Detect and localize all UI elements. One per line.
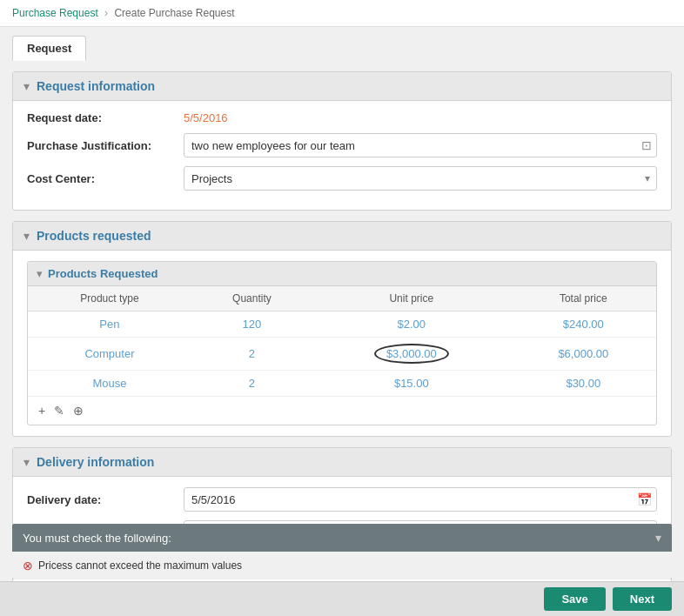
col-quantity: Quantity (191, 286, 312, 311)
chevron-down-icon: ▾ (37, 267, 43, 280)
products-inner-header[interactable]: ▾ Products Requested (28, 262, 656, 286)
chevron-down-icon: ▾ (23, 229, 30, 243)
footer-bar: Save Next (0, 581, 684, 616)
purchase-justification-row: Purchase Justification: ⊡ (27, 133, 657, 157)
breadcrumb: Purchase Request › Create Purchase Reque… (0, 0, 684, 27)
content-area: Request ▾ Request information Request da… (0, 27, 684, 581)
error-icon: ⊗ (23, 559, 33, 572)
cost-center-label: Cost Center: (27, 172, 184, 185)
breadcrumb-current: Create Purchase Request (114, 7, 234, 19)
cell-product: Pen (28, 311, 191, 338)
copy-row-button[interactable]: ⊕ (71, 402, 85, 419)
delivery-date-row: Delivery date: 📅 (27, 487, 657, 512)
purchase-justification-wrapper: ⊡ (184, 133, 657, 157)
chevron-down-icon: ▾ (655, 531, 661, 545)
products-table: Product type Quantity Unit price Total p… (28, 286, 656, 397)
cell-total-price: $6,000.00 (511, 338, 656, 371)
products-requested-panel: ▾ Products requested ▾ Products Requeste… (12, 221, 672, 437)
request-date-row: Request date: 5/5/2016 (27, 111, 657, 124)
delivery-date-wrapper: 📅 (184, 487, 657, 512)
col-total-price: Total price (511, 286, 656, 311)
tabs-bar: Request (12, 36, 672, 61)
validation-error-text: Pricess cannot exceed the maximum values (38, 559, 242, 572)
calendar-icon: 📅 (637, 492, 652, 506)
request-information-header[interactable]: ▾ Request information (13, 72, 671, 101)
col-unit-price: Unit price (312, 286, 511, 311)
products-requested-header[interactable]: ▾ Products requested (13, 222, 671, 251)
delivery-date-label: Delivery date: (27, 493, 184, 506)
col-product-type: Product type (28, 286, 191, 311)
table-row[interactable]: Mouse 2 $15.00 $30.00 (28, 371, 656, 397)
chevron-down-icon: ▾ (23, 455, 30, 469)
cell-total-price: $30.00 (511, 371, 656, 397)
info-icon: ⊡ (641, 138, 652, 152)
validation-header: You must check the following: ▾ (12, 524, 672, 552)
add-row-button[interactable]: + (37, 402, 47, 419)
highlighted-price: $3,000.00 (374, 344, 449, 364)
products-requested-body: ▾ Products Requested Product type Quanti… (13, 251, 671, 436)
cell-quantity: 120 (191, 311, 312, 338)
delivery-information-title: Delivery information (37, 455, 154, 469)
main-container: Purchase Request › Create Purchase Reque… (0, 0, 684, 616)
request-date-label: Request date: (27, 111, 184, 124)
cost-center-select[interactable]: Projects Operations HR (184, 166, 657, 191)
table-row[interactable]: Computer 2 $3,000.00 $6,000.00 (28, 338, 656, 371)
delivery-date-input[interactable] (184, 487, 657, 512)
cell-product: Computer (28, 338, 191, 371)
tab-request[interactable]: Request (12, 36, 86, 61)
cell-quantity: 2 (191, 371, 312, 397)
cost-center-wrapper: Projects Operations HR ▾ (184, 166, 657, 191)
products-inner-panel: ▾ Products Requested Product type Quanti… (27, 261, 657, 425)
chevron-down-icon: ▾ (23, 79, 30, 93)
request-information-title: Request information (37, 79, 155, 93)
delivery-information-header[interactable]: ▾ Delivery information (13, 448, 671, 477)
cell-product: Mouse (28, 371, 191, 397)
edit-row-button[interactable]: ✎ (52, 402, 66, 419)
cell-unit-price: $2.00 (312, 311, 511, 338)
cost-center-row: Cost Center: Projects Operations HR ▾ (27, 166, 657, 191)
cell-quantity: 2 (191, 338, 312, 371)
breadcrumb-separator: › (104, 7, 108, 19)
table-row[interactable]: Pen 120 $2.00 $240.00 (28, 311, 656, 338)
cell-total-price: $240.00 (511, 311, 656, 338)
purchase-justification-input[interactable] (184, 133, 657, 157)
validation-box: You must check the following: ▾ ⊗ Prices… (12, 524, 672, 579)
request-date-value: 5/5/2016 (184, 111, 657, 124)
cell-unit-price highlighted-cell: $3,000.00 (312, 338, 511, 371)
request-information-body: Request date: 5/5/2016 Purchase Justific… (13, 101, 671, 210)
validation-title: You must check the following: (23, 532, 171, 545)
table-actions: + ✎ ⊕ (28, 397, 656, 425)
cell-unit-price: $15.00 (312, 371, 511, 397)
next-button[interactable]: Next (613, 587, 672, 611)
validation-body: ⊗ Pricess cannot exceed the maximum valu… (12, 552, 672, 579)
save-button[interactable]: Save (544, 587, 605, 611)
purchase-justification-label: Purchase Justification: (27, 139, 184, 152)
products-requested-title: Products requested (37, 229, 151, 243)
breadcrumb-parent[interactable]: Purchase Request (12, 7, 98, 19)
table-header-row: Product type Quantity Unit price Total p… (28, 286, 656, 311)
products-inner-title: Products Requested (48, 267, 158, 280)
request-information-panel: ▾ Request information Request date: 5/5/… (12, 71, 672, 211)
